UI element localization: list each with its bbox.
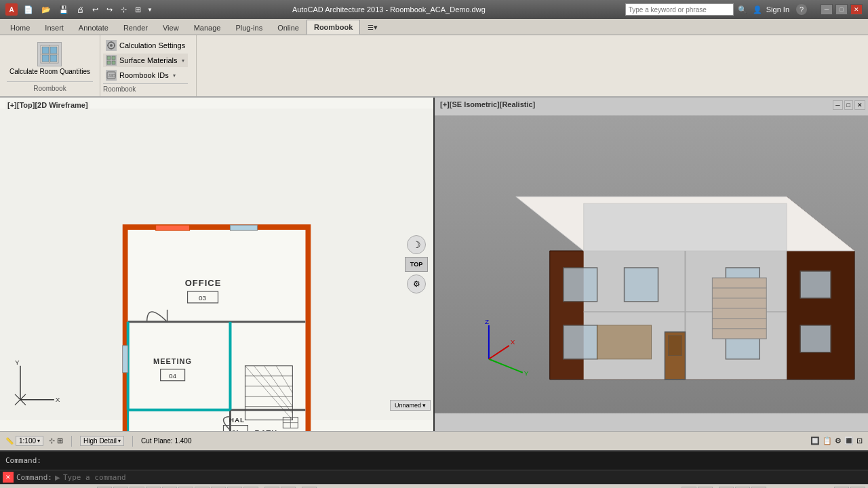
nav-rotate-icon[interactable]: ⚙: [407, 274, 426, 293]
svg-text:OFFICE: OFFICE: [185, 278, 222, 288]
surface-materials-arrow-icon: ▾: [182, 58, 184, 64]
user-icon: 👤: [753, 5, 762, 14]
scale-value: 1:100: [19, 437, 36, 445]
dropdown-arrow-icon[interactable]: ▼: [147, 7, 153, 13]
svg-rect-41: [156, 225, 190, 230]
svg-text:X: X: [511, 338, 515, 346]
cmd-arrow-icon: ▶: [55, 474, 60, 481]
titlebar-left: A 📄 📂 💾 🖨 ↩ ↪ ⊹ ⊞ ▼: [5, 3, 153, 16]
tool-icon-2[interactable]: ⊞: [57, 436, 63, 445]
viewport-2d[interactable]: [+][Top][2D Wireframe]: [0, 98, 435, 431]
roombook-group2-label: Roombook: [103, 83, 188, 93]
svg-point-8: [110, 44, 113, 47]
svg-rect-86: [800, 271, 831, 298]
tab-render[interactable]: Render: [116, 20, 155, 35]
scale-dropdown[interactable]: 1:100 ▾: [16, 436, 43, 446]
close-button[interactable]: ✕: [850, 4, 863, 15]
svg-text:HAL: HAL: [229, 416, 245, 424]
tab-roombook[interactable]: Roombook: [307, 20, 360, 35]
svg-text:BATH: BATH: [255, 429, 278, 431]
svg-rect-83: [625, 268, 658, 302]
calculation-settings-btn[interactable]: Calculation Settings: [103, 39, 188, 52]
ribbon-tabs: Home Insert Annotate Render View Manage …: [0, 19, 868, 35]
sign-in-btn[interactable]: Sign In: [766, 5, 789, 14]
svg-rect-87: [800, 325, 831, 352]
minimize-button[interactable]: ─: [821, 4, 833, 15]
roombook-ids-arrow-icon: ▾: [173, 73, 176, 79]
svg-rect-14: [112, 56, 115, 60]
svg-text:Y: Y: [524, 369, 529, 377]
tab-home[interactable]: Home: [3, 20, 37, 35]
statusbar-icon-5[interactable]: ⊡: [856, 436, 863, 445]
floorplan-svg: OFFICE 03 MEETING 04 HAL 01 BATH 02 KITC…: [0, 98, 433, 431]
detail-dropdown[interactable]: High Detail ▾: [80, 436, 124, 446]
nav-pan-icon[interactable]: ☽: [407, 235, 426, 254]
undo-btn[interactable]: ↩: [90, 5, 100, 14]
svg-text:Y: Y: [15, 359, 20, 366]
app-icon: A: [5, 3, 18, 16]
tab-plugins[interactable]: Plug-ins: [228, 20, 270, 35]
main-area: [+][Top][2D Wireframe]: [0, 98, 868, 431]
svg-rect-44: [123, 346, 128, 373]
scale-dropdown-arrow-icon: ▾: [37, 438, 40, 444]
tab-manage[interactable]: Manage: [186, 20, 229, 35]
calculate-btn-label: Calculate Room Quantities: [9, 68, 90, 75]
detail-dropdown-arrow-icon: ▾: [118, 438, 121, 444]
svg-text:X: X: [56, 396, 60, 403]
surface-materials-btn[interactable]: Surface Materials ▾: [103, 54, 188, 67]
svg-text:04: 04: [169, 372, 177, 380]
statusbar-icon-2[interactable]: 📋: [823, 436, 832, 445]
ribbon-items-column: Calculation Settings Surface Materials ▾…: [100, 35, 197, 96]
command-history-text: Command:: [5, 456, 41, 465]
svg-rect-81: [564, 268, 597, 302]
detail-value: High Detail: [83, 437, 117, 445]
search-icon[interactable]: 🔍: [738, 5, 747, 14]
svg-text:01: 01: [232, 428, 240, 431]
svg-marker-78: [584, 203, 787, 251]
svg-text:MEETING: MEETING: [153, 357, 192, 365]
command-input[interactable]: [63, 473, 865, 482]
roombook-ids-btn[interactable]: #ID Roombook IDs ▾: [103, 68, 188, 82]
svg-text:Z: Z: [485, 318, 489, 325]
roombook-ids-icon: #ID: [106, 70, 117, 81]
bottom-toolbar: 3.795, -2.464, 0.000 ⊹ # ⊞ ◎ ⊡ ⊟ △ ═ □ ⊹…: [0, 484, 868, 488]
tab-annotate[interactable]: Annotate: [71, 20, 116, 35]
command-area: Command: ✕ Command: ▶: [0, 450, 868, 484]
svg-rect-1: [42, 47, 49, 54]
calculate-icon: [37, 42, 62, 66]
tab-view[interactable]: View: [155, 20, 186, 35]
open-btn[interactable]: 📂: [39, 5, 53, 14]
svg-rect-3: [42, 55, 49, 62]
tab-extra[interactable]: ☰▾: [360, 20, 387, 35]
svg-text:03: 03: [199, 294, 207, 302]
select-btn[interactable]: ⊹: [119, 5, 129, 14]
tab-insert[interactable]: Insert: [37, 20, 71, 35]
cmd-close-btn[interactable]: ✕: [3, 472, 14, 483]
viewport-3d[interactable]: [+][SE Isometric][Realistic] ─ □ ✕ SE ║: [435, 98, 868, 431]
statusbar-icon-1[interactable]: 🔲: [810, 436, 820, 445]
scale-indicator: 📏 1:100 ▾: [5, 436, 43, 446]
search-input[interactable]: [625, 3, 734, 16]
svg-rect-82: [564, 325, 597, 359]
unnamed-dropdown-arrow-icon: ▾: [422, 402, 426, 409]
print-btn[interactable]: 🖨: [75, 5, 86, 14]
roombook-group: Calculate Room Quantities Roombook: [0, 35, 100, 96]
titlebar: A 📄 📂 💾 🖨 ↩ ↪ ⊹ ⊞ ▼ AutoCAD Architecture…: [0, 0, 868, 19]
cut-plane-label: Cut Plane: 1.400: [141, 437, 192, 445]
ribbon-panel: Calculate Room Quantities Roombook Calcu…: [0, 35, 868, 98]
tool-icon-1[interactable]: ⊹: [49, 436, 55, 445]
tab-online[interactable]: Online: [270, 20, 307, 35]
new-btn[interactable]: 📄: [22, 5, 35, 14]
nav-top-btn[interactable]: TOP: [405, 257, 428, 272]
workspace-btn[interactable]: ⊞: [133, 5, 143, 14]
calculate-room-quantities-button[interactable]: Calculate Room Quantities: [7, 39, 93, 78]
unnamed-dropdown[interactable]: Unnamed ▾: [390, 400, 431, 411]
statusbar-icon-3[interactable]: ⚙: [835, 436, 842, 445]
restore-button[interactable]: □: [835, 4, 848, 15]
help-icon[interactable]: ?: [796, 4, 807, 15]
statusbar: 📏 1:100 ▾ ⊹ ⊞ High Detail ▾ Cut Plane: 1…: [0, 431, 868, 450]
redo-btn[interactable]: ↪: [104, 5, 115, 14]
statusbar-icon-4[interactable]: 🔳: [844, 436, 854, 445]
svg-rect-21: [128, 230, 306, 431]
save-btn[interactable]: 💾: [57, 5, 71, 14]
